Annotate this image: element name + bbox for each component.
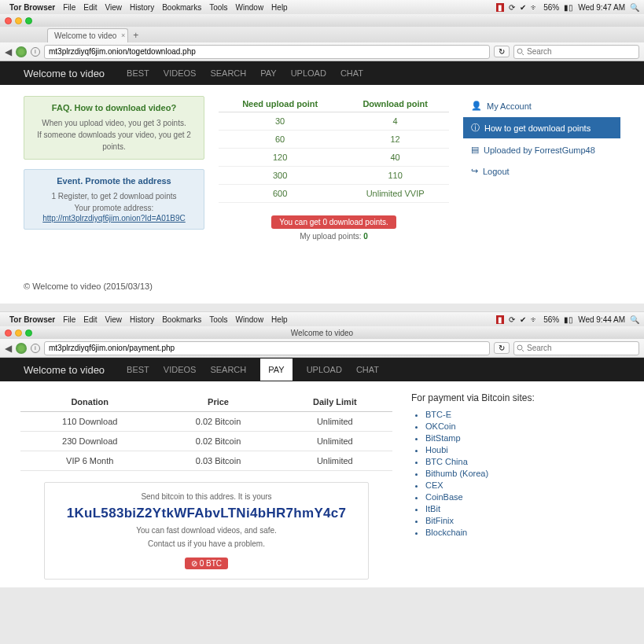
site-info-icon[interactable]: i bbox=[31, 344, 40, 353]
menu-help[interactable]: Help bbox=[271, 315, 288, 324]
page-footer: © Welcome to video (2015/03/13) bbox=[0, 274, 644, 304]
sidebar-item-howto[interactable]: ⓘHow to get download points bbox=[463, 117, 620, 138]
site-info-icon[interactable]: i bbox=[31, 47, 40, 57]
menu-file[interactable]: File bbox=[63, 315, 75, 324]
donation-table: Donation Price Daily Limit 110 Download0… bbox=[20, 392, 392, 471]
page-content: Donation Price Daily Limit 110 Download0… bbox=[0, 381, 644, 587]
menu-view[interactable]: View bbox=[105, 3, 123, 12]
menu-window[interactable]: Window bbox=[236, 3, 264, 12]
paysite-link[interactable]: ItBit bbox=[425, 504, 624, 513]
paysite-link[interactable]: CEX bbox=[425, 480, 624, 490]
sidebar-item-account[interactable]: 👤My Account bbox=[463, 96, 620, 116]
menu-edit[interactable]: Edit bbox=[83, 315, 97, 324]
check-icon[interactable]: ✔ bbox=[520, 315, 526, 324]
tab-close-icon[interactable]: × bbox=[121, 31, 125, 39]
browser-tab[interactable]: Welcome to video × bbox=[47, 28, 128, 42]
menu-history[interactable]: History bbox=[130, 3, 154, 12]
nav-chat[interactable]: CHAT bbox=[356, 365, 379, 374]
nav-upload[interactable]: UPLOAD bbox=[291, 68, 326, 78]
paysite-link[interactable]: Houbi bbox=[425, 445, 624, 454]
close-window-button[interactable] bbox=[5, 17, 12, 24]
menu-bookmarks[interactable]: Bookmarks bbox=[162, 3, 201, 12]
sidebar-item-logout[interactable]: ↪Logout bbox=[463, 161, 620, 181]
table-row: VIP 6 Month0.03 BitcoinUnlimited bbox=[20, 451, 392, 471]
back-button[interactable]: ◀ bbox=[5, 343, 12, 354]
wifi-icon[interactable]: ᯤ bbox=[531, 3, 539, 12]
menu-edit[interactable]: Edit bbox=[83, 3, 97, 12]
wifi-icon[interactable]: ᯤ bbox=[531, 315, 539, 324]
nav-best[interactable]: BEST bbox=[127, 365, 149, 374]
menu-history[interactable]: History bbox=[130, 315, 154, 324]
back-button[interactable]: ◀ bbox=[5, 46, 12, 57]
spotlight-icon[interactable]: 🔍 bbox=[630, 3, 639, 12]
check-icon[interactable]: ✔ bbox=[520, 3, 526, 12]
new-tab-button[interactable]: + bbox=[133, 30, 138, 42]
table-row: 304 bbox=[219, 112, 449, 131]
app-name[interactable]: Tor Browser bbox=[9, 3, 55, 12]
noscript-icon[interactable]: ▮ bbox=[496, 315, 504, 324]
paysite-link[interactable]: BTC-E bbox=[425, 410, 624, 419]
address-bar[interactable] bbox=[44, 341, 490, 355]
nav-videos[interactable]: VIDEOS bbox=[164, 68, 197, 78]
nav-search[interactable]: SEARCH bbox=[210, 68, 246, 78]
sync-icon[interactable]: ⟳ bbox=[509, 315, 515, 324]
table-row: 230 Download0.02 BitcoinUnlimited bbox=[20, 432, 392, 451]
clock[interactable]: Wed 9:44 AM bbox=[578, 315, 625, 324]
clock[interactable]: Wed 9:47 AM bbox=[578, 3, 625, 12]
battery-icon[interactable]: ▮▯ bbox=[564, 315, 573, 324]
nav-pay[interactable]: PAY bbox=[260, 68, 276, 78]
spotlight-icon[interactable]: 🔍 bbox=[630, 315, 639, 324]
menu-bookmarks[interactable]: Bookmarks bbox=[162, 315, 201, 324]
sidebar-item-uploaded[interactable]: ▤Uploaded by ForrestGump48 bbox=[463, 140, 620, 160]
zoom-window-button[interactable] bbox=[25, 17, 32, 24]
table-row: 300110 bbox=[219, 167, 449, 185]
site-brand[interactable]: Welcome to video bbox=[24, 364, 105, 376]
search-input[interactable] bbox=[513, 341, 639, 355]
app-name[interactable]: Tor Browser bbox=[9, 315, 55, 324]
nav-best[interactable]: BEST bbox=[127, 68, 149, 78]
paysite-link[interactable]: Blockchain bbox=[425, 528, 624, 537]
address-bar[interactable] bbox=[44, 45, 490, 59]
upload-points-label: My upload points: 0 bbox=[219, 232, 449, 241]
menu-tools[interactable]: Tools bbox=[209, 315, 227, 324]
reload-button[interactable]: ↻ bbox=[494, 342, 510, 354]
paysite-link[interactable]: BTC China bbox=[425, 457, 624, 466]
donate-th-limit: Daily Limit bbox=[278, 392, 392, 412]
site-nav: Welcome to video BEST VIDEOS SEARCH PAY … bbox=[0, 358, 644, 381]
promote-link[interactable]: http://mt3plrzdiyqf6jim.onion?Id=A01B9C bbox=[32, 214, 196, 223]
paysite-link[interactable]: BitStamp bbox=[425, 433, 624, 443]
nav-videos[interactable]: VIDEOS bbox=[164, 365, 197, 374]
payment-sites-list: BTC-E OKCoin BitStamp Houbi BTC China Bi… bbox=[411, 410, 624, 537]
search-input[interactable] bbox=[513, 45, 639, 59]
minimize-window-button[interactable] bbox=[15, 17, 22, 24]
menu-view[interactable]: View bbox=[105, 315, 123, 324]
browser-toolbar: ◀ i ↻ bbox=[0, 42, 644, 61]
menu-file[interactable]: File bbox=[63, 3, 75, 12]
sync-icon[interactable]: ⟳ bbox=[509, 3, 515, 12]
bitcoin-address[interactable]: 1KuL583biZ2YtkWFAbvLTNi4bHR7hmY4c7 bbox=[54, 506, 359, 521]
reload-button[interactable]: ↻ bbox=[494, 46, 510, 57]
nav-upload[interactable]: UPLOAD bbox=[307, 365, 342, 374]
paysite-link[interactable]: CoinBase bbox=[425, 492, 624, 502]
paysite-link[interactable]: BitFinix bbox=[425, 516, 624, 525]
table-row: 12040 bbox=[219, 149, 449, 167]
battery-icon[interactable]: ▮▯ bbox=[564, 3, 573, 12]
paysite-link[interactable]: OKCoin bbox=[425, 421, 624, 431]
nav-chat[interactable]: CHAT bbox=[340, 68, 363, 78]
menu-tools[interactable]: Tools bbox=[209, 3, 227, 12]
tor-onion-icon[interactable] bbox=[16, 343, 27, 354]
list-icon: ▤ bbox=[471, 145, 479, 155]
site-brand[interactable]: Welcome to video bbox=[24, 68, 105, 79]
points-th-download: Download point bbox=[341, 96, 449, 112]
download-points-badge: You can get 0 download points. bbox=[271, 215, 396, 229]
table-row: 110 Download0.02 BitcoinUnlimited bbox=[20, 412, 392, 432]
noscript-icon[interactable]: ▮ bbox=[496, 3, 504, 12]
nav-search[interactable]: SEARCH bbox=[210, 365, 246, 374]
window-titlebar bbox=[0, 14, 644, 27]
menu-window[interactable]: Window bbox=[236, 315, 264, 324]
menu-help[interactable]: Help bbox=[271, 3, 288, 12]
event-line2: Your promote address: bbox=[75, 204, 154, 212]
paysite-link[interactable]: Bithumb (Korea) bbox=[425, 469, 624, 478]
nav-pay[interactable]: PAY bbox=[260, 359, 292, 381]
tor-onion-icon[interactable] bbox=[16, 46, 27, 57]
